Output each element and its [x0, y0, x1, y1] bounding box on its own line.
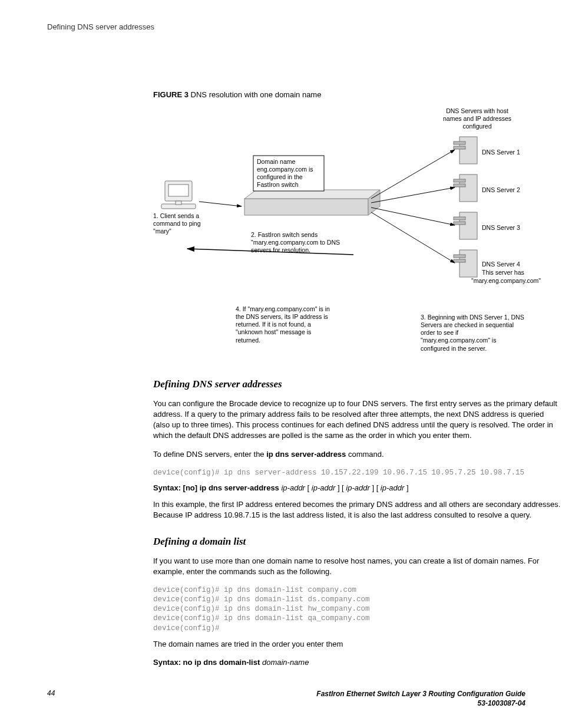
dns-resolution-diagram: DNS Servers with host names and IP addre… — [153, 107, 542, 361]
svg-rect-16 — [459, 250, 477, 277]
client-computer-icon — [161, 181, 196, 209]
svg-rect-12 — [454, 184, 465, 187]
diagram-step4: 4. If "mary.eng.company.com" is in the D… — [236, 305, 336, 344]
svg-line-20 — [371, 150, 455, 199]
page-footer: 44 FastIron Ethernet Switch Layer 3 Rout… — [47, 689, 525, 708]
svg-rect-9 — [454, 146, 465, 149]
svg-line-21 — [371, 187, 455, 203]
svg-rect-17 — [454, 255, 465, 258]
domain-list-p1: If you want to use more than one domain … — [153, 556, 562, 577]
svg-line-23 — [371, 212, 455, 263]
svg-rect-10 — [459, 174, 477, 202]
dns-server-icons — [454, 137, 477, 277]
dns-server-2-label: DNS Server 2 — [482, 186, 520, 194]
domain-list-syntax-bold: Syntax: no ip dns domain-list — [153, 658, 260, 667]
dns-addr-p2-pre: To define DNS servers, enter the — [153, 450, 266, 459]
dns-server-4-note2: "mary.eng.company.com" — [471, 277, 541, 285]
dns-addr-p3: In this example, the first IP address en… — [153, 499, 562, 521]
footer-guide-line1: FastIron Ethernet Switch Layer 3 Routing… — [316, 690, 525, 698]
running-header: Defining DNS server addresses — [47, 22, 525, 31]
dns-addr-syntax-ital-4: ip-addr — [381, 483, 404, 492]
dns-addr-code: device(config)# ip dns server-address 10… — [153, 468, 562, 477]
dns-addr-syntax-bold: Syntax: [no] ip dns server-address — [153, 483, 279, 492]
footer-guide-line2: 53-1003087-04 — [478, 699, 525, 707]
section-title-domain-list: Defining a domain list — [153, 536, 562, 548]
svg-rect-7 — [459, 137, 477, 164]
syntax-bracket: ] — [404, 483, 408, 492]
dns-addr-p2-post: command. — [346, 450, 384, 459]
dns-addr-syntax-ital-2: ip-addr — [312, 483, 335, 492]
dns-server-4-label: DNS Server 4 — [482, 261, 520, 268]
svg-rect-13 — [459, 212, 477, 239]
diagram-step3: 3. Beginning with DNS Server 1, DNS Serv… — [421, 314, 527, 353]
svg-rect-18 — [454, 259, 465, 262]
figure-caption: FIGURE 3 DNS resolution with one domain … — [153, 90, 525, 99]
footer-guide: FastIron Ethernet Switch Layer 3 Routing… — [316, 689, 525, 708]
syntax-bracket: [ — [308, 483, 312, 492]
svg-rect-11 — [454, 179, 465, 182]
svg-rect-4 — [244, 199, 368, 215]
dns-server-3-label: DNS Server 3 — [482, 224, 520, 232]
switch-icon — [244, 190, 380, 215]
syntax-bracket: ] [ — [370, 483, 381, 492]
page-number: 44 — [47, 689, 55, 697]
dns-addr-p1: You can configure the Brocade device to … — [153, 398, 562, 441]
svg-line-19 — [199, 202, 242, 206]
figure-title: DNS resolution with one domain name — [191, 90, 322, 99]
svg-rect-3 — [176, 201, 181, 205]
svg-rect-8 — [454, 141, 465, 144]
dns-addr-syntax-ital-3: ip-addr — [346, 483, 369, 492]
figure-label: FIGURE 3 — [153, 90, 189, 99]
diagram-domain-box-text: Domain name eng.company.com is configure… — [257, 158, 320, 189]
diagram-step2: 2. FastIron switch sends "mary.eng.compa… — [251, 231, 345, 254]
dns-addr-p2-cmd: ip dns server-address — [266, 450, 346, 459]
svg-rect-1 — [168, 185, 189, 196]
domain-list-p2: The domain names are tried in the order … — [153, 639, 562, 650]
section-title-dns-addr: Defining DNS server addresses — [153, 378, 562, 390]
domain-list-syntax-ital: domain-name — [262, 658, 309, 667]
diagram-step1: 1. Client sends a command to ping "mary" — [153, 212, 218, 235]
svg-rect-14 — [454, 217, 465, 220]
dns-server-1-label: DNS Server 1 — [482, 149, 520, 156]
syntax-bracket: ] [ — [335, 483, 346, 492]
dns-addr-syntax-ital-1: ip-addr — [281, 483, 305, 492]
domain-list-syntax: Syntax: no ip dns domain-list domain-nam… — [153, 658, 562, 667]
dns-addr-p2: To define DNS servers, enter the ip dns … — [153, 449, 562, 460]
svg-line-22 — [371, 207, 455, 225]
domain-list-code: device(config)# ip dns domain-list compa… — [153, 585, 562, 633]
diagram-top-note: DNS Servers with host names and IP addre… — [436, 107, 518, 130]
dns-server-4-note1: This server has — [482, 269, 524, 276]
svg-rect-15 — [454, 222, 465, 225]
dns-addr-syntax: Syntax: [no] ip dns server-address ip-ad… — [153, 483, 562, 492]
